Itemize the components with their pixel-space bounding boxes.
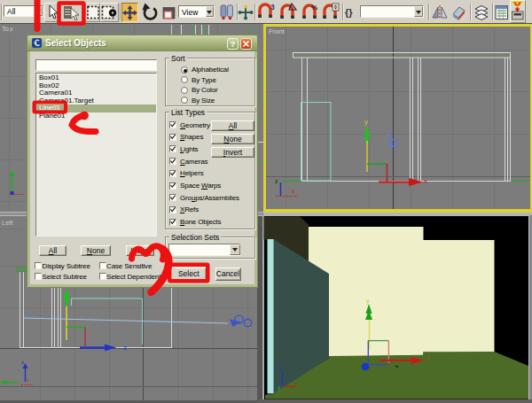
svg-text:z: z: [388, 131, 392, 139]
svg-text:{}: {}: [345, 7, 353, 18]
svg-text:%: %: [311, 4, 317, 12]
svg-text:z: z: [21, 360, 24, 365]
svg-text:z: z: [275, 178, 278, 184]
svg-text:x: x: [292, 188, 295, 194]
svg-text:y: y: [364, 118, 368, 126]
svg-text:x: x: [27, 377, 29, 383]
svg-text:x: x: [426, 355, 430, 361]
svg-text:x: x: [424, 177, 427, 185]
svg-text:z: z: [279, 365, 282, 371]
svg-text:z: z: [123, 344, 127, 352]
svg-text:y: y: [366, 298, 370, 305]
svg-text:3: 3: [270, 3, 275, 12]
